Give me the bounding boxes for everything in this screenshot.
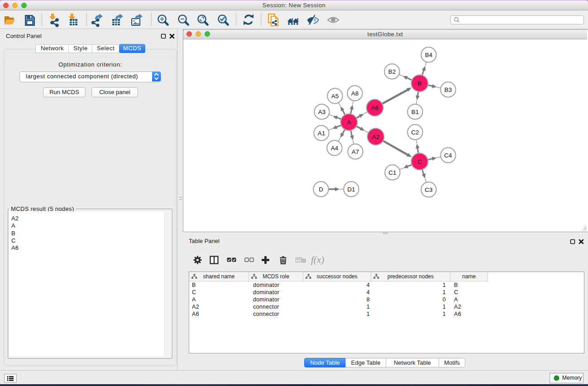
svg-text:A6: A6 — [371, 105, 379, 111]
svg-text:B2: B2 — [388, 68, 396, 75]
svg-text:A: A — [347, 119, 351, 126]
svg-text:C3: C3 — [425, 186, 432, 193]
svg-text:B4: B4 — [425, 52, 433, 58]
svg-text:C2: C2 — [411, 129, 419, 136]
svg-text:B3: B3 — [445, 86, 452, 93]
svg-text:A1: A1 — [318, 130, 325, 137]
svg-text:B: B — [417, 80, 421, 87]
svg-text:D: D — [319, 186, 323, 193]
svg-text:D1: D1 — [347, 186, 355, 193]
svg-text:C: C — [417, 158, 422, 165]
svg-text:A8: A8 — [351, 90, 359, 97]
svg-text:A3: A3 — [318, 109, 326, 115]
svg-text:A4: A4 — [331, 145, 339, 152]
svg-text:B1: B1 — [411, 109, 419, 115]
svg-text:C1: C1 — [388, 169, 396, 176]
svg-text:C4: C4 — [444, 152, 452, 159]
svg-text:A2: A2 — [372, 133, 380, 140]
svg-text:A5: A5 — [331, 93, 339, 100]
svg-text:A7: A7 — [352, 148, 359, 155]
